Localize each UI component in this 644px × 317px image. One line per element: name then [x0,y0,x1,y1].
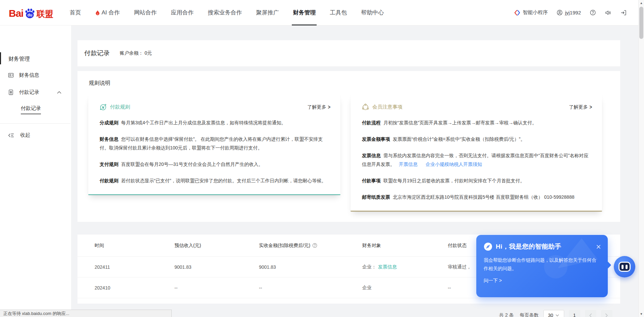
nav-item-screen-promo[interactable]: 聚屏推广 [249,0,286,25]
username-text: jyj1992 [565,10,581,15]
assistant-title: Hi，我是您的智能助手 [496,242,561,251]
rule-paragraph: 分成规则每月第3或4个工作日产出上月分成信息及发票信息，如有特殊情况将提前通知。 [100,118,330,127]
rule-paragraph: 邮寄纸质发票北京市海淀区西北旺东路10号院百度科技园5号楼 百度联盟财务组（收）… [362,193,592,201]
cell-time: 202410 [95,285,174,291]
vertical-scrollbar[interactable]: ▲ ▼ [638,0,644,317]
sidebar-item-label: 付款记录 [19,89,39,96]
nav-item-help-center[interactable]: 帮助中心 [354,0,391,25]
learn-more-link[interactable]: 了解更多> [569,104,592,110]
navbar-right: 智能小程序 jyj1992 [514,9,638,16]
sidebar-item-payment-record[interactable]: 付款记录 [0,88,71,96]
nav-item-home[interactable]: 首页 [63,0,88,25]
total-count-label: 共 2 条 [499,312,514,317]
left-sidebar: 财务管理 财务信息 付款记录 付款记录 [0,25,71,317]
announcement-speaker-icon[interactable] [605,9,611,16]
assistant-popup-header: Hi，我是您的智能助手 [476,235,608,251]
account-balance: 账户余额：0元 [120,50,152,56]
assistant-popup: Hi，我是您的智能助手 我会帮助您诊断合作链路问题，以及解答您关于任何合作相关的… [476,235,608,297]
balance-label: 账户余额： [120,50,143,56]
cell-finance-object: 企业 [362,285,448,291]
main-menu: 首页 AI 合作 网站合作 应用合作 搜索业务合作 聚屏推广 财务管理 工具包 … [63,0,391,25]
chevron-left-icon [589,313,592,317]
svg-text:du: du [27,12,32,17]
next-page-button[interactable] [601,310,612,317]
help-icon[interactable] [590,9,596,16]
robot-face-icon [619,262,631,272]
nav-item-ai-coop[interactable]: AI 合作 [88,0,127,25]
sidebar-collapse-button[interactable]: 收起 [0,131,71,139]
payment-rules-card: 付款规则 了解更多> 分成规则每月第3或4个工作日产出上月分成信息及发票信息，如… [88,95,340,195]
prev-page-button[interactable] [585,310,596,317]
sidebar-subitem-payment-record-active[interactable]: 付款记录 [21,105,41,114]
member-notes-header: 会员注意事项 了解更多> [362,104,592,111]
compass-icon [484,242,492,251]
payment-rules-title: 付款规则 [110,104,130,110]
nav-item-toolkit[interactable]: 工具包 [323,0,354,25]
popup-decoration [544,255,568,278]
baidu-union-logo[interactable]: Bai du 联盟 [9,7,53,18]
per-page-select[interactable]: 30 [543,310,564,317]
chevron-up-icon[interactable] [57,91,61,94]
scroll-down-arrow[interactable]: ▼ [639,312,644,316]
ask-now-link[interactable]: 问一下 > [484,278,608,284]
balance-value: 0元 [145,50,152,56]
badge-star-icon [8,89,14,96]
chevron-right-icon: > [589,104,592,110]
scrollbar-thumb[interactable] [639,7,643,39]
col-header-time: 时间 [95,243,174,249]
member-notes-card: 会员注意事项 了解更多> 付款流程月初按“发票信息”页面开具发票→上传发票→邮寄… [351,95,602,211]
col-header-finance-object: 财务对象 [362,243,448,249]
page-number-button[interactable]: 1 [569,310,580,317]
collapse-icon [8,132,14,138]
question-circle-icon[interactable] [312,243,317,248]
cell-received: -- [259,285,362,291]
logout-icon[interactable] [620,9,627,16]
cell-estimated: -- [174,285,259,291]
rules-section-title: 规则说明 [89,80,620,87]
col-header-received-amount: 实收金额(扣除税费后/元) [259,243,362,249]
user-account[interactable]: jyj1992 [556,9,581,16]
small-taxpayer-notice-link[interactable]: 企业小规模纳税人开票须知 [426,162,482,167]
baidu-union-finance-page: Bai du 联盟 首页 AI 合作 网站合作 [0,0,644,317]
sidebar-item-finance-info[interactable]: 财务信息 [0,71,71,79]
nav-item-finance-active[interactable]: 财务管理 [286,0,323,25]
smart-miniapp-entry[interactable]: 智能小程序 [514,9,548,16]
cell-received: 9001.83 [259,264,362,270]
assistant-robot-button[interactable] [614,256,635,277]
nav-item-app-coop[interactable]: 应用合作 [164,0,201,25]
miniapp-logo-icon [514,9,521,16]
chevron-down-icon [555,314,559,317]
cell-estimated: 9001.83 [174,264,259,270]
logo-text-bai: Bai [9,8,23,18]
user-avatar-icon [556,9,563,16]
chevron-right-icon [605,313,608,317]
flame-icon [95,10,100,15]
per-page-label: 每页条数 [520,312,539,317]
nav-item-website-coop[interactable]: 网站合作 [127,0,164,25]
invoice-info-link[interactable]: 开票信息 [399,162,418,167]
invoice-info-cell-link[interactable]: 发票信息 [378,264,397,269]
member-notes-title: 会员注意事项 [372,104,402,110]
rule-paragraph: 付款事项联盟在每月19日之后签收的发票，付款时间安排在下个月首批支付。 [362,176,592,185]
rule-paragraph: 发票金额事项发票票面“价税合计”金额=系统中“实收金额（扣除税费后/元）”。 [362,135,592,143]
baidu-paw-icon: du [24,8,36,19]
cell-finance-object: 企业：发票信息 [362,264,448,270]
payment-rules-header: 付款规则 了解更多> [100,104,330,111]
network-nodes-icon [362,104,369,111]
rule-paragraph: 支付规则百度联盟会在每月20号—31号支付企业会员上个自然月产生的收入。 [100,160,330,169]
logo-text-lianmeng: 联盟 [37,9,53,18]
pagination-bar: 共 2 条 每页条数 30 1 [499,310,612,317]
learn-more-link[interactable]: 了解更多> [307,104,330,110]
top-navbar: Bai du 联盟 首页 AI 合作 网站合作 [0,0,638,25]
chevron-right-icon: > [328,104,330,110]
rule-paragraph: 发票信息需与系统内发票信息内容完全一致，否则无法支付。请根据发票信息页面中“百度… [362,151,592,169]
id-card-icon [8,72,14,78]
page-title: 付款记录 [84,49,110,58]
rule-paragraph: 付款规则若付款状态显示“已支付”，说明联盟已安排了您的付款。支付后三个工作日内到… [100,176,330,185]
scroll-up-arrow[interactable]: ▲ [639,1,644,5]
close-icon[interactable] [595,244,602,250]
page-header-card: 付款记录 账户余额：0元 [77,40,620,66]
nav-item-search-coop[interactable]: 搜索业务合作 [201,0,249,25]
rules-section-card: 规则说明 付款规则 了解更多> 分成规则每月第3 [77,71,620,222]
active-section-indicator [0,52,1,64]
